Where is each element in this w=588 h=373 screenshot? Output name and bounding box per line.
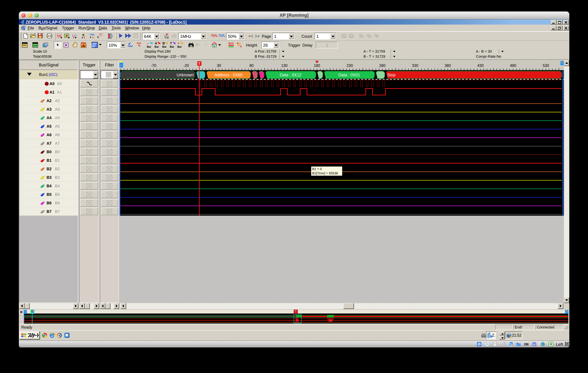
svg-text:Data : 0X01: Data : 0X01 [338, 73, 360, 77]
svg-text:230: 230 [346, 64, 353, 68]
svg-text:B: B [162, 42, 165, 45]
svg-text:010: 010 [33, 44, 37, 47]
svg-text:Bar: Bar [170, 45, 174, 48]
svg-text:Bar: Bar [147, 45, 151, 48]
svg-text:A: A [155, 42, 157, 45]
svg-text:430: 430 [477, 64, 483, 68]
svg-text:M: M [166, 33, 168, 36]
svg-text:530: 530 [543, 64, 549, 68]
svg-text:Bar: Bar [155, 45, 159, 48]
svg-text:Bar: Bar [162, 45, 167, 48]
svg-text:-70: -70 [151, 64, 156, 68]
svg-text:N: N [213, 44, 215, 47]
svg-text:Bar: Bar [177, 45, 182, 48]
svg-text:C: C [490, 336, 492, 338]
svg-text:B: B [83, 34, 84, 36]
svg-text:480: 480 [510, 64, 516, 68]
svg-text:30: 30 [217, 64, 221, 68]
svg-text:–: – [147, 42, 149, 45]
svg-text:Unknown: Unknown [177, 73, 194, 77]
svg-text:330: 330 [412, 64, 418, 68]
svg-text:-20: -20 [183, 64, 189, 68]
svg-text:80: 80 [249, 64, 254, 68]
svg-text:T: T [170, 42, 172, 45]
svg-text:280: 280 [379, 64, 385, 68]
svg-text:+: + [178, 42, 179, 45]
svg-text:T: T [84, 36, 85, 39]
svg-text:T: T [198, 62, 200, 66]
svg-text:T: T [92, 36, 94, 39]
svg-text:s: s [120, 63, 122, 67]
svg-text:180: 180 [314, 64, 320, 68]
svg-text:Data : 0X12: Data : 0X12 [280, 73, 301, 77]
svg-text:380: 380 [445, 64, 451, 68]
svg-text:Stop: Stop [387, 73, 395, 77]
svg-text:U: U [533, 343, 535, 346]
svg-text:Address : 0X60: Address : 0X60 [215, 73, 242, 77]
svg-text:E: E [73, 36, 74, 39]
svg-text:BUS: BUS [229, 42, 234, 44]
svg-text:T: T [100, 33, 101, 36]
svg-text:130: 130 [281, 64, 287, 68]
